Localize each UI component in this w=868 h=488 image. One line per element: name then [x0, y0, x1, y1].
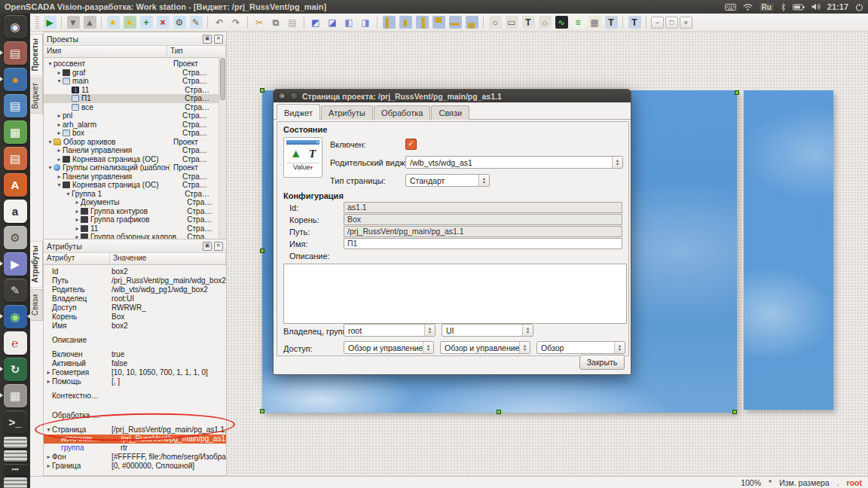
attr-row[interactable]: Активныйfalse	[44, 359, 226, 368]
library-new-button[interactable]: ★	[122, 15, 137, 30]
tree-row[interactable]: ▾Обзор архивовПроект	[44, 138, 226, 147]
clock[interactable]: 21:17	[827, 2, 848, 11]
expander-closed-icon[interactable]: ▸	[45, 453, 52, 462]
tree-column-type[interactable]: Тип	[167, 46, 226, 57]
widget-preview-button[interactable]: × ▲ T Value▾	[283, 137, 322, 178]
attr-row[interactable]: Описание	[44, 336, 226, 345]
expander-open-icon[interactable]: ▾	[47, 163, 53, 172]
attr-row[interactable]: группаrtr	[44, 444, 226, 453]
access-owner-combo[interactable]: Обзор и управление▲▼	[344, 341, 434, 354]
primitive-formel-button[interactable]: ▭	[504, 15, 519, 30]
primitive-media-button[interactable]: ☼	[537, 15, 552, 30]
mdi-minimize-button[interactable]: −	[651, 17, 664, 29]
expander-open-icon[interactable]: ▾	[65, 190, 72, 199]
tree-scrollbar-thumb[interactable]	[220, 58, 225, 100]
panel-close-button[interactable]: ✕	[214, 35, 223, 44]
tree-row[interactable]: ▾Группа 1Стра…	[44, 190, 226, 199]
undo-button[interactable]: ↶	[212, 15, 227, 30]
resize-handle-bl[interactable]	[260, 409, 264, 413]
config-field-3[interactable]: П1	[344, 238, 622, 249]
volume-icon[interactable]	[811, 3, 821, 11]
group-combo[interactable]: UI▲▼	[442, 324, 533, 337]
resize-handle-tl[interactable]	[260, 88, 264, 93]
dock-tab-Виджет[interactable]: Виджет	[30, 78, 43, 114]
paste-button[interactable]: ▤	[285, 15, 300, 30]
align-left-button[interactable]: ▌	[381, 15, 396, 30]
tree-row[interactable]: 11Стра…	[44, 86, 226, 95]
dialog-tab-Виджет[interactable]: Виджет	[277, 104, 320, 120]
launcher-screen-recorder[interactable]: ↻	[0, 356, 30, 383]
launcher-keyboard-panel[interactable]: ▪▪▪	[0, 462, 30, 476]
power-icon[interactable]	[855, 3, 863, 11]
tree-row[interactable]: ▸Панели управленияСтра…	[44, 172, 226, 181]
widget-value-element-button[interactable]: T	[604, 15, 619, 30]
expander-open-icon[interactable]: ▾	[47, 59, 53, 69]
align-top-button[interactable]: ▀	[431, 15, 446, 30]
tree-row[interactable]: ▸grafСтра…	[44, 69, 226, 78]
expander-closed-icon[interactable]: ▸	[74, 207, 81, 216]
bluetooth-icon[interactable]	[781, 3, 786, 11]
tree-row[interactable]: ▾Корневая страница (ОС)Стра…	[44, 181, 226, 190]
tree-row[interactable]: ▾mainСтра…	[44, 77, 226, 86]
attr-row[interactable]: Включенtrue	[44, 350, 226, 359]
expander-open-icon[interactable]: ▾	[47, 138, 53, 147]
tree-row[interactable]: ▸Группа контуровСтра…	[44, 207, 226, 216]
tree-row[interactable]: ▸Группа графиковСтра…	[44, 215, 226, 224]
attr-row[interactable]: Родитель/wlb_vts/wdg_pg1/wdg_box2	[44, 285, 226, 294]
attr-row[interactable]: Idbox2	[44, 267, 226, 276]
align-h-center-button[interactable]: ▮	[398, 15, 413, 30]
parent-widget-combo[interactable]: /wlb_vts/wdg_as1▲▼	[405, 156, 623, 169]
tree-row[interactable]: ▸arh_alarmСтра…	[44, 120, 226, 130]
attr-row[interactable]: ▸Граница[0, #000000, Сплошной]	[44, 462, 226, 471]
config-field-0[interactable]: as1.1	[344, 202, 622, 213]
widget-properties-button[interactable]: ⚙	[172, 15, 187, 30]
primitive-protocol-button[interactable]: ▦	[587, 15, 602, 30]
page-type-combo[interactable]: Стандарт▲▼	[405, 174, 490, 187]
attr-row[interactable]: ▸Помощь[, ]	[44, 377, 226, 386]
attr-row[interactable]: Контекстно…	[44, 392, 226, 401]
expander-closed-icon[interactable]: ▸	[74, 215, 81, 224]
attr-row[interactable]: ▸Геометрия[10, 10, 1050, 700, 1, 1, 1, 0…	[44, 368, 226, 377]
align-right-button[interactable]: ▐	[414, 15, 429, 30]
expander-closed-icon[interactable]: ▸	[56, 155, 63, 164]
panel-float-button[interactable]: ▣	[203, 35, 212, 44]
launcher-amazon[interactable]: a	[0, 198, 30, 224]
enabled-checkbox[interactable]: ✓	[405, 139, 417, 150]
toolbar-grip[interactable]	[35, 17, 39, 29]
keyboard-icon[interactable]	[725, 4, 736, 11]
side-page-widget[interactable]	[744, 90, 833, 410]
db-save-button[interactable]: ▲	[82, 15, 97, 30]
attr-row[interactable]: Обработка …	[44, 411, 226, 420]
expander-closed-icon[interactable]: ▸	[56, 129, 63, 138]
expander-closed-icon[interactable]: ▸	[56, 69, 63, 78]
access-group-combo[interactable]: Обзор и управление▲▼	[440, 341, 530, 354]
raise-button[interactable]: ◧	[341, 15, 356, 30]
expander-closed-icon[interactable]: ▸	[56, 120, 63, 130]
owner-combo[interactable]: root▲▼	[344, 324, 436, 337]
resize-handle-br[interactable]	[732, 410, 737, 414]
primitive-text-button[interactable]: T	[521, 15, 536, 30]
tree-row[interactable]: ▸11Стра…	[44, 224, 226, 233]
edit-canvas[interactable]: × Страница проекта: /prj_RussVent/pg_mai…	[227, 32, 868, 476]
launcher-graphics-editor[interactable]: ✎	[0, 277, 30, 303]
launcher-terminal[interactable]: >_	[0, 409, 30, 435]
attr-row[interactable]: источник…/prj_RussVent/pg_main/pg_as1.1	[44, 435, 226, 444]
expander-closed-icon[interactable]: ▸	[56, 172, 63, 181]
tree-column-name[interactable]: Имя	[44, 46, 167, 57]
expander-closed-icon[interactable]: ▸	[56, 146, 63, 155]
attr-column-value[interactable]: Значение	[110, 253, 226, 264]
align-v-center-button[interactable]: ▬	[448, 15, 463, 30]
description-textarea[interactable]	[283, 264, 627, 324]
launcher-window-stack-2[interactable]	[0, 449, 30, 462]
tree-row[interactable]: ▸ДокументыСтра…	[44, 198, 226, 207]
primitive-document-button[interactable]: ≡	[570, 15, 585, 30]
access-other-combo[interactable]: Обзор▲▼	[536, 341, 625, 354]
redo-button[interactable]: ↷	[228, 15, 243, 30]
launcher-libreoffice-writer[interactable]: ▤	[0, 93, 30, 119]
resize-handle-ml[interactable]	[260, 249, 264, 253]
primitive-elfigure-button[interactable]: ○	[487, 15, 503, 30]
resize-handle-tr[interactable]	[735, 90, 739, 95]
launcher-calculator[interactable]: ▦	[0, 383, 30, 409]
attr-row[interactable]: Владелецroot:UI	[44, 294, 226, 303]
expander-closed-icon[interactable]: ▸	[45, 368, 52, 377]
